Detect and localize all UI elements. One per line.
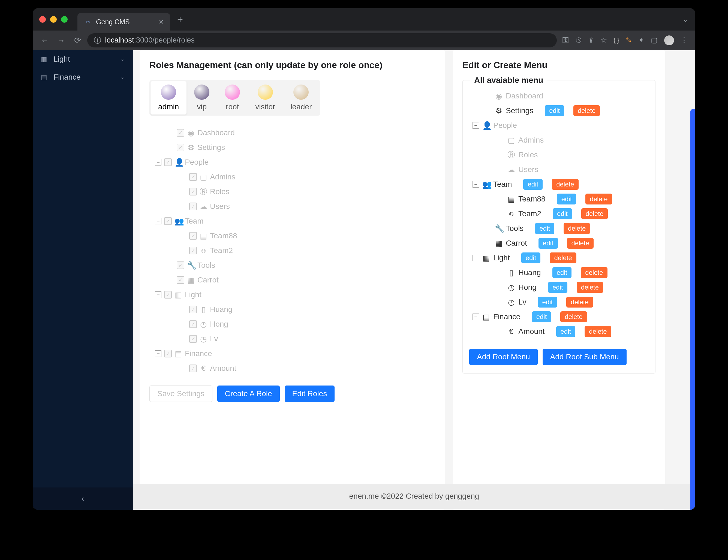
role-tab-visitor[interactable]: visitor [248, 81, 283, 115]
url-host: localhost [105, 36, 134, 44]
perm-checkbox[interactable]: ✓ [164, 158, 172, 166]
sidebar-item-finance[interactable]: ▤Finance⌄ [33, 68, 133, 86]
close-window-button[interactable] [39, 16, 46, 23]
profile-avatar-icon[interactable] [664, 35, 674, 45]
add-root-menu-button[interactable]: Add Root Menu [469, 349, 538, 365]
scrollbar[interactable] [690, 109, 695, 510]
tree-node-label: Roles [210, 187, 230, 196]
perm-tree-row: ✓🔧Tools [149, 258, 435, 273]
perm-checkbox[interactable]: ✓ [177, 276, 184, 284]
add-root-sub-menu-button[interactable]: Add Root Sub Menu [543, 349, 627, 365]
tree-toggle-icon[interactable]: − [473, 122, 479, 129]
tree-toggle-icon[interactable]: − [473, 314, 479, 320]
browser-tab[interactable]: ✂︎ Geng CMS × [77, 13, 170, 31]
role-tab-vip[interactable]: vip [186, 81, 217, 115]
tree-toggle-icon[interactable]: − [155, 291, 161, 298]
sidepanel-icon[interactable]: ▢ [651, 36, 658, 44]
edit-button[interactable]: edit [538, 297, 557, 308]
translate-icon[interactable]: ⦾ [576, 36, 582, 44]
edit-button[interactable]: edit [557, 194, 576, 204]
reload-button[interactable]: ⟳ [71, 34, 84, 47]
delete-button[interactable]: delete [564, 223, 590, 234]
perm-checkbox[interactable]: ✓ [189, 335, 197, 343]
edit-button[interactable]: edit [552, 267, 572, 278]
window-controls [39, 16, 68, 23]
edit-button[interactable]: edit [532, 311, 551, 322]
back-button[interactable]: ← [38, 34, 51, 47]
maximize-window-button[interactable] [61, 16, 68, 23]
perm-checkbox[interactable]: ✓ [189, 232, 197, 240]
site-info-icon[interactable]: ⓘ [94, 35, 101, 45]
role-tab-root[interactable]: root [217, 81, 248, 115]
tree-node-label: Users [518, 165, 538, 174]
permissions-tree: ✓◉Dashboard✓⚙Settings−✓👤People✓▢Admins✓Ⓡ… [149, 125, 435, 376]
delete-button[interactable]: delete [573, 105, 600, 116]
tree-node-label: Lv [210, 335, 218, 343]
tree-toggle-icon[interactable]: − [473, 181, 479, 188]
forward-button[interactable]: → [55, 34, 68, 47]
tab-close-icon[interactable]: × [159, 18, 164, 26]
extension-pencil-icon[interactable]: ✎ [626, 36, 632, 44]
edit-button[interactable]: edit [548, 282, 567, 293]
extension-icon[interactable]: { } [613, 37, 619, 44]
perm-checkbox[interactable]: ✓ [189, 203, 197, 210]
menu-tree-row: −👥Teameditdelete [469, 177, 649, 192]
edit-button[interactable]: edit [539, 238, 558, 249]
edit-button[interactable]: edit [553, 208, 572, 219]
share-icon[interactable]: ⇪ [588, 36, 594, 44]
create-role-button[interactable]: Create A Role [217, 386, 280, 402]
sidebar-item-light[interactable]: ▦Light⌄ [33, 50, 133, 68]
new-tab-button[interactable]: + [177, 14, 183, 25]
perm-checkbox[interactable]: ✓ [189, 173, 197, 181]
edit-button[interactable]: edit [556, 326, 576, 337]
role-tab-admin[interactable]: admin [151, 81, 186, 115]
delete-button[interactable]: delete [577, 282, 603, 293]
delete-button[interactable]: delete [567, 238, 594, 249]
tree-toggle-icon[interactable]: − [155, 218, 161, 224]
menu-tree: ◉Dashboard⚙Settingseditdelete−👤People▢Ad… [469, 89, 649, 339]
bookmark-star-icon[interactable]: ☆ [601, 36, 607, 44]
perm-checkbox[interactable]: ✓ [164, 350, 172, 357]
role-avatar-icon [258, 85, 273, 100]
perm-checkbox[interactable]: ✓ [164, 291, 172, 299]
delete-button[interactable]: delete [550, 252, 576, 263]
edit-button[interactable]: edit [523, 179, 543, 190]
main-content: Roles Management (can only update by one… [133, 50, 695, 510]
tree-toggle-icon[interactable]: − [155, 350, 161, 357]
perm-checkbox[interactable]: ✓ [164, 217, 172, 225]
tree-node-label: Carrot [506, 239, 527, 248]
edit-button[interactable]: edit [535, 223, 554, 234]
perm-checkbox[interactable]: ✓ [189, 320, 197, 328]
delete-button[interactable]: delete [566, 297, 593, 308]
perm-checkbox[interactable]: ✓ [189, 247, 197, 254]
delete-button[interactable]: delete [560, 311, 587, 322]
perm-checkbox[interactable]: ✓ [189, 188, 197, 195]
tree-node-icon: € [200, 364, 207, 373]
perm-checkbox[interactable]: ✓ [177, 129, 184, 137]
tree-toggle-icon[interactable]: − [473, 255, 479, 261]
edit-button[interactable]: edit [545, 105, 564, 116]
tree-node-icon: ◉ [495, 92, 503, 101]
perm-checkbox[interactable]: ✓ [177, 144, 184, 151]
sidebar-collapse-button[interactable]: ‹ [33, 487, 133, 510]
menu-kebab-icon[interactable]: ⋮ [681, 36, 688, 44]
delete-button[interactable]: delete [585, 326, 611, 337]
delete-button[interactable]: delete [581, 267, 607, 278]
role-tab-leader[interactable]: leader [283, 81, 319, 115]
delete-button[interactable]: delete [552, 179, 578, 190]
tabs-overflow-icon[interactable]: ⌄ [683, 15, 689, 24]
edit-button[interactable]: edit [521, 252, 541, 263]
perm-checkbox[interactable]: ✓ [177, 261, 184, 269]
page-footer: enen.me ©2022 Created by genggeng [133, 484, 695, 509]
delete-button[interactable]: delete [585, 194, 612, 204]
menu-tree-row: €Amounteditdelete [469, 324, 649, 339]
delete-button[interactable]: delete [581, 208, 608, 219]
edit-roles-button[interactable]: Edit Roles [285, 386, 335, 402]
perm-checkbox[interactable]: ✓ [189, 365, 197, 372]
url-input[interactable]: ⓘ localhost:3000/people/roles [87, 33, 557, 47]
perm-checkbox[interactable]: ✓ [189, 306, 197, 313]
extensions-puzzle-icon[interactable]: ✦ [638, 36, 644, 44]
tree-toggle-icon[interactable]: − [155, 159, 161, 165]
password-key-icon[interactable]: ⚿ [562, 36, 569, 44]
minimize-window-button[interactable] [50, 16, 57, 23]
